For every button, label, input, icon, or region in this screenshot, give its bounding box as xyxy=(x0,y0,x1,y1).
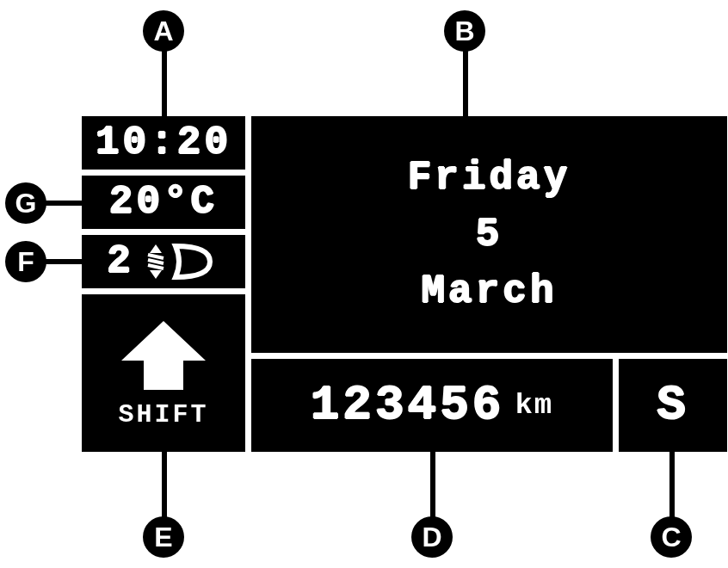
callout-e: E xyxy=(143,516,184,558)
callout-d: D xyxy=(411,516,453,558)
odometer-panel: 123456 km xyxy=(251,359,613,452)
clock-time: 10:20 xyxy=(96,120,231,165)
callout-c: C xyxy=(651,516,692,558)
leader-c xyxy=(669,449,675,518)
odometer-unit: km xyxy=(515,389,553,422)
svg-marker-5 xyxy=(121,321,206,390)
date-weekday: Friday xyxy=(408,156,571,201)
callout-b: B xyxy=(444,10,485,52)
headlight-panel: 2 xyxy=(82,235,245,288)
temperature-value: 20°C xyxy=(109,180,218,225)
svg-line-2 xyxy=(148,255,163,258)
svg-marker-1 xyxy=(150,270,162,279)
date-day: 5 xyxy=(476,213,503,257)
shift-up-arrow-icon xyxy=(116,318,211,395)
shift-label: SHIFT xyxy=(118,400,208,429)
headlight-icon xyxy=(143,241,220,282)
clock-panel: 10:20 xyxy=(82,116,245,170)
callout-a: A xyxy=(143,10,184,52)
callout-f: F xyxy=(5,241,46,282)
leader-b xyxy=(463,50,468,119)
temperature-panel: 20°C xyxy=(82,176,245,229)
date-panel: Friday 5 March xyxy=(251,116,727,353)
odometer-value: 123456 xyxy=(311,378,505,433)
svg-line-4 xyxy=(148,265,163,269)
leader-d xyxy=(430,449,435,518)
drive-mode-panel: S xyxy=(619,359,727,452)
leader-e xyxy=(162,449,167,518)
drive-mode-value: S xyxy=(657,378,689,433)
headlight-level: 2 xyxy=(107,239,134,284)
date-month: March xyxy=(421,269,557,314)
svg-line-3 xyxy=(148,260,163,263)
leader-f xyxy=(45,259,84,264)
instrument-display: 10:20 20°C 2 SHIFT Friday 5 March 123456… xyxy=(82,116,727,452)
shift-panel: SHIFT xyxy=(82,294,245,452)
callout-g: G xyxy=(5,182,46,224)
leader-a xyxy=(162,50,167,119)
leader-g xyxy=(45,201,84,206)
svg-marker-0 xyxy=(150,244,162,253)
